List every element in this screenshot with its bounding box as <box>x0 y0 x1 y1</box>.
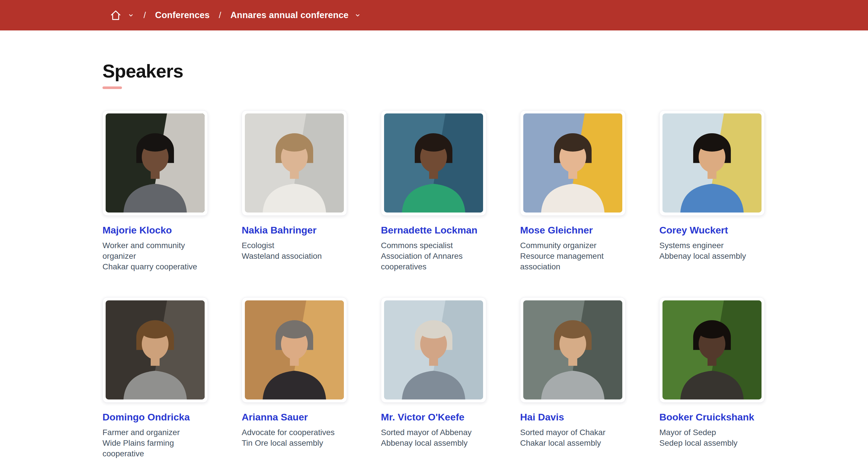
speaker-name-link[interactable]: Arianna Sauer <box>242 411 347 423</box>
portrait-illustration <box>245 300 344 399</box>
speaker-card: Corey Wuckert Systems engineer Abbenay l… <box>659 110 765 272</box>
speaker-name-link[interactable]: Mr. Victor O'Keefe <box>381 411 486 423</box>
conference-dropdown-chevron-icon[interactable] <box>356 12 361 19</box>
breadcrumb-link-conferences[interactable]: Conferences <box>155 10 210 20</box>
speaker-description: Advocate for cooperatives Tin Ore local … <box>242 427 347 448</box>
speaker-photo <box>102 297 208 403</box>
speaker-description: Ecologist Wasteland association <box>242 240 347 261</box>
speaker-affiliation: Chakar quarry cooperative <box>102 262 197 271</box>
speaker-photo <box>381 110 486 216</box>
speaker-affiliation: Resource management association <box>520 251 603 271</box>
speaker-description: Farmer and organizer Wide Plains farming… <box>102 427 208 459</box>
portrait-illustration <box>662 113 762 212</box>
speaker-name-link[interactable]: Hai Davis <box>520 411 625 423</box>
home-dropdown-chevron-icon[interactable] <box>129 12 134 19</box>
speaker-affiliation: Association of Annares cooperatives <box>381 251 463 271</box>
speaker-name-link[interactable]: Majorie Klocko <box>102 224 208 236</box>
speaker-photo <box>381 297 486 403</box>
speaker-affiliation: Abbenay local assembly <box>659 251 746 261</box>
top-navbar: / Conferences / Annares annual conferenc… <box>0 0 868 30</box>
speaker-role: Sorted mayor of Abbenay <box>381 428 472 437</box>
home-icon[interactable] <box>110 9 122 21</box>
speaker-card: Mose Gleichner Community organizer Resou… <box>520 110 625 272</box>
speaker-description: Systems engineer Abbenay local assembly <box>659 240 765 261</box>
speaker-photo <box>659 297 765 403</box>
speaker-role: Community organizer <box>520 241 596 250</box>
speaker-description: Community organizer Resource management … <box>520 240 625 272</box>
speaker-photo <box>520 297 625 403</box>
speaker-name-link[interactable]: Corey Wuckert <box>659 224 765 236</box>
speakers-grid: Majorie Klocko Worker and community orga… <box>102 110 782 459</box>
speaker-photo <box>102 110 208 216</box>
portrait-illustration <box>662 300 762 399</box>
speaker-card: Arianna Sauer Advocate for cooperatives … <box>242 297 347 459</box>
speaker-role: Farmer and organizer <box>102 428 180 437</box>
speaker-card: Domingo Ondricka Farmer and organizer Wi… <box>102 297 208 459</box>
portrait-illustration <box>384 113 483 212</box>
portrait-illustration <box>105 113 205 212</box>
speaker-name-link[interactable]: Booker Cruickshank <box>659 411 765 423</box>
speaker-description: Worker and community organizer Chakar qu… <box>102 240 208 272</box>
speaker-description: Mayor of Sedep Sedep local assembly <box>659 427 765 448</box>
speaker-role: Sorted mayor of Chakar <box>520 428 606 437</box>
speaker-role: Worker and community organizer <box>102 241 185 261</box>
speaker-name-link[interactable]: Mose Gleichner <box>520 224 625 236</box>
speaker-name-link[interactable]: Domingo Ondricka <box>102 411 208 423</box>
speaker-affiliation: Wide Plains farming cooperative <box>102 439 174 458</box>
speaker-description: Commons specialist Association of Annare… <box>381 240 486 272</box>
title-underline <box>102 86 122 89</box>
breadcrumb-separator: / <box>142 10 148 20</box>
speaker-card: Bernadette Lockman Commons specialist As… <box>381 110 486 272</box>
speaker-role: Mayor of Sedep <box>659 428 716 437</box>
speaker-description: Sorted mayor of Abbenay Abbenay local as… <box>381 427 486 448</box>
speaker-card: Hai Davis Sorted mayor of Chakar Chakar … <box>520 297 625 459</box>
main-content: Speakers Majorie Klocko <box>0 60 868 459</box>
portrait-illustration <box>523 300 622 399</box>
speaker-affiliation: Sedep local assembly <box>659 439 737 447</box>
speaker-description: Sorted mayor of Chakar Chakar local asse… <box>520 427 625 448</box>
speaker-photo <box>242 297 347 403</box>
speaker-role: Ecologist <box>242 241 274 250</box>
speaker-affiliation: Tin Ore local assembly <box>242 439 323 447</box>
speaker-role: Systems engineer <box>659 241 724 250</box>
speaker-photo <box>520 110 625 216</box>
speaker-name-link[interactable]: Nakia Bahringer <box>242 224 347 236</box>
speaker-card: Booker Cruickshank Mayor of Sedep Sedep … <box>659 297 765 459</box>
portrait-illustration <box>245 113 344 212</box>
page-title: Speakers <box>102 60 782 82</box>
speaker-role: Commons specialist <box>381 241 453 250</box>
speaker-card: Majorie Klocko Worker and community orga… <box>102 110 208 272</box>
breadcrumb-separator: / <box>217 10 223 20</box>
portrait-illustration <box>523 113 622 212</box>
speaker-name-link[interactable]: Bernadette Lockman <box>381 224 486 236</box>
speaker-affiliation: Wasteland association <box>242 251 322 261</box>
speaker-card: Mr. Victor O'Keefe Sorted mayor of Abben… <box>381 297 486 459</box>
portrait-illustration <box>384 300 483 399</box>
breadcrumb: / Conferences / Annares annual conferenc… <box>110 9 361 21</box>
speaker-affiliation: Abbenay local assembly <box>381 439 468 447</box>
speaker-photo <box>659 110 765 216</box>
speaker-role: Advocate for cooperatives <box>242 428 335 437</box>
portrait-illustration <box>105 300 205 399</box>
speaker-photo <box>242 110 347 216</box>
speaker-affiliation: Chakar local assembly <box>520 439 601 447</box>
breadcrumb-link-conference-title[interactable]: Annares annual conference <box>230 10 349 20</box>
speaker-card: Nakia Bahringer Ecologist Wasteland asso… <box>242 110 347 272</box>
